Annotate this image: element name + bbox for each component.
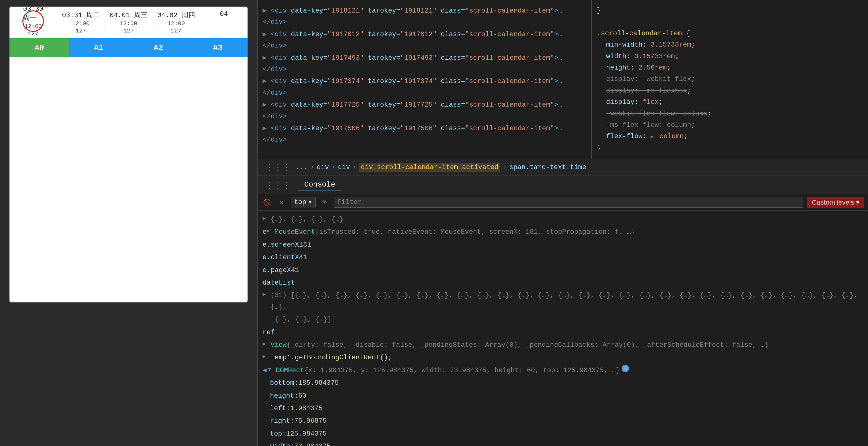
- expand-view-icon[interactable]: [262, 339, 269, 349]
- console-line-clientx: e.clientX 41: [258, 251, 868, 264]
- html-tag-3: <div: [271, 54, 291, 62]
- console-tab[interactable]: Console: [298, 179, 341, 191]
- expand-icon-5[interactable]: ▶: [262, 101, 271, 109]
- col-num-4: 127: [171, 28, 181, 34]
- calendar-col-3: 04.01 周三 12:00 127: [105, 7, 152, 38]
- css-prop-ms-flex-flow: -ms-flex-flow: column;: [597, 121, 695, 129]
- calendar-col-1: 03.30 周一 12:00 127: [9, 7, 57, 38]
- calendar-col-5: 04: [200, 7, 248, 38]
- expand-mouseevent-icon[interactable]: [267, 227, 273, 236]
- console-line-left: left: 1.984375: [258, 402, 868, 415]
- elements-line-6[interactable]: ▶ <div data-key="1917506" tarokey="19175…: [262, 123, 586, 146]
- console-line-getboundingrect-call: temp1.getBoundingClientRect();: [258, 351, 868, 364]
- expand-datelist-icon[interactable]: [262, 290, 269, 299]
- expand-icon-6[interactable]: ▶: [262, 125, 271, 132]
- console-dots[interactable]: ⋮⋮⋮: [262, 180, 293, 190]
- expand-obj-icon[interactable]: [262, 214, 269, 223]
- console-filter-bar: 🚫 ⊘ top ▾ 👁 Filter Custom levels ▾: [258, 194, 868, 211]
- left-panel: 03.30 周一 12:00 127 03.31 周二 12:00 127 04…: [0, 0, 258, 446]
- col-time-1: 12:00: [25, 23, 42, 30]
- expand-icon-1[interactable]: ▶: [262, 7, 271, 15]
- elements-panel: ▶ <div data-key="1918121" tarokey="19181…: [258, 0, 868, 159]
- css-selector: .scroll-calendar-item {: [597, 30, 690, 37]
- breadcrumb-span-time[interactable]: span.taro-text.time: [509, 164, 586, 171]
- console-line-ref-label: ref: [258, 326, 868, 339]
- row-label-a0: A0: [9, 38, 69, 57]
- breadcrumb-scroll-calendar-item[interactable]: div.scroll-calendar-item.activated: [359, 163, 500, 172]
- html-tag-5: <div: [271, 101, 291, 109]
- domrect-info-badge[interactable]: i: [622, 365, 629, 372]
- calendar-col-2: 03.31 周二 12:00 127: [57, 7, 104, 38]
- css-prop-display-flex: display: flex;: [597, 98, 663, 106]
- context-dropdown[interactable]: top ▾: [291, 197, 316, 208]
- console-output: {…}, {…}, {…}, {…} e MouseEvent {isTrust…: [258, 211, 868, 446]
- console-line-width: width: 73.984375: [258, 440, 868, 446]
- console-line-mouseevent: e MouseEvent {isTrusted: true, nativeEve…: [258, 226, 868, 238]
- expand-domrect-icon[interactable]: [268, 365, 274, 374]
- breadcrumb-dots[interactable]: ...: [296, 164, 308, 171]
- elements-html-tree: ▶ <div data-key="1918121" tarokey="19181…: [258, 0, 592, 159]
- html-tag-6: <div: [271, 125, 291, 132]
- console-line-domrect: ◀ DOMRect {x: 1.984375, y: 125.984375, w…: [258, 364, 868, 377]
- css-close-brace-2: }: [597, 144, 601, 152]
- expand-icon-3[interactable]: ▶: [262, 54, 271, 62]
- context-dropdown-label: top: [294, 199, 306, 206]
- elements-line-2[interactable]: ▶ <div data-key="1917012" tarokey="19170…: [262, 29, 586, 52]
- html-tag-4: <div: [271, 77, 291, 85]
- date-circle: 03.30 周一 12:00 127: [22, 10, 44, 32]
- col-time-2: 12:00: [72, 20, 90, 27]
- console-line-obj: {…}, {…}, {…}, {…}: [258, 213, 868, 226]
- console-line-height: height: 60: [258, 390, 868, 402]
- col-date-5: 04: [220, 10, 228, 18]
- elements-line-3[interactable]: ▶ <div data-key="1917493" tarokey="19174…: [262, 52, 586, 76]
- css-prop-display-ms: display: -ms-flexbox;: [597, 87, 691, 95]
- row-label-a1: A1: [69, 38, 128, 57]
- console-line-view: View {_dirty: false, _disable: false, _p…: [258, 339, 868, 351]
- css-close-brace: }: [597, 5, 863, 16]
- elements-line-5[interactable]: ▶ <div data-key="1917725" tarokey="19177…: [262, 99, 586, 123]
- eye-filter-button[interactable]: 👁: [319, 197, 330, 208]
- expand-getbounding-icon[interactable]: [262, 352, 269, 362]
- console-line-right: right: 75.96875: [258, 415, 868, 427]
- calendar-row-labels: A0 A1 A2 A3: [9, 38, 248, 57]
- col-num-2: 127: [76, 28, 86, 34]
- breadcrumb-sep-3: ›: [352, 164, 356, 171]
- console-line-datelist-arr2: {…}, {…}, {…}]: [258, 313, 868, 326]
- console-line-top: top: 125.984375: [258, 427, 868, 440]
- breadcrumb-sep-1: ›: [310, 164, 314, 171]
- row-label-a2: A2: [128, 38, 188, 57]
- html-tag-1: <div: [271, 7, 291, 15]
- breadcrumb-bar: ⋮⋮⋮ ... › div › div › div.scroll-calenda…: [258, 159, 868, 176]
- breadcrumb-div-2[interactable]: div: [338, 164, 350, 171]
- clear-console-button[interactable]: 🚫: [261, 197, 272, 208]
- css-prop-display-webkit: display: -webkit-flex;: [597, 75, 695, 83]
- console-toolbar: ⋮⋮⋮ Console: [258, 176, 868, 194]
- css-prop-flex-flow: flex-flow: column;: [597, 133, 688, 140]
- console-line-screenx: e.screenX 181: [258, 239, 868, 251]
- filter-input[interactable]: Filter: [334, 197, 803, 208]
- console-line-bottom: bottom: 185.984375: [258, 377, 868, 389]
- elements-line-1[interactable]: ▶ <div data-key="1918121" tarokey="19181…: [262, 5, 586, 29]
- calendar-header: 03.30 周一 12:00 127 03.31 周二 12:00 127 04…: [9, 7, 248, 38]
- col-date-4: 04.02 周四: [157, 10, 195, 20]
- devtools-dots[interactable]: ⋮⋮⋮: [262, 162, 293, 173]
- css-panel: } .scroll-calendar-item { min-width: 3.1…: [592, 0, 868, 159]
- domrect-arrow-left: ◀: [262, 365, 267, 376]
- console-line-datelist-arr: (31) [{…}, {…}, {…}, {…}, {…}, {…}, {…},…: [258, 289, 868, 313]
- css-prop-webkit-flex-flow: -webkit-flex-flow: column;: [597, 110, 711, 117]
- col-num-1: 127: [28, 30, 38, 37]
- preserve-log-button[interactable]: ⊘: [276, 197, 287, 208]
- e-label: e: [262, 227, 267, 238]
- expand-icon-4[interactable]: ▶: [262, 77, 271, 85]
- elements-line-4[interactable]: ▶ <div data-key="1917374" tarokey="19173…: [262, 75, 586, 99]
- console-line-datelist-label: dateList: [258, 277, 868, 289]
- html-tag-2: <div: [271, 31, 291, 38]
- col-time-3: 12:00: [120, 20, 137, 27]
- css-prop-width: width: 3.15733rem;: [597, 53, 679, 60]
- context-dropdown-arrow: ▾: [308, 198, 312, 206]
- expand-icon-2[interactable]: ▶: [262, 31, 271, 38]
- breadcrumb-div-1[interactable]: div: [317, 164, 329, 171]
- custom-levels-button[interactable]: Custom levels ▾: [807, 197, 864, 208]
- col-num-3: 127: [123, 28, 134, 34]
- col-date-2: 03.31 周二: [62, 10, 100, 20]
